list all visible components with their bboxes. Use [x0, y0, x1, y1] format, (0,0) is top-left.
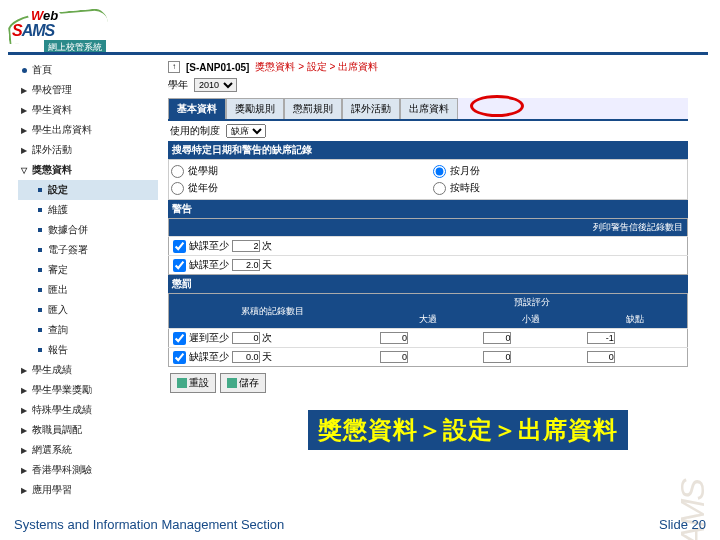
- sidebar-item-20[interactable]: ▶香港學科測驗: [18, 460, 158, 480]
- triangle-icon: ▶: [20, 446, 28, 455]
- sidebar-item-10[interactable]: 審定: [18, 260, 158, 280]
- square-icon: [36, 268, 44, 272]
- threshold-input[interactable]: [232, 240, 260, 252]
- back-icon: [177, 378, 187, 388]
- sidebar-item-13[interactable]: 查詢: [18, 320, 158, 340]
- sidebar-item-label: 數據合併: [48, 223, 88, 237]
- bullet-icon: [20, 68, 28, 73]
- tab-3[interactable]: 課外活動: [342, 98, 400, 119]
- save-button[interactable]: 儲存: [220, 373, 266, 393]
- threshold-input[interactable]: [232, 351, 260, 363]
- radio-input[interactable]: [171, 165, 184, 178]
- sidebar-item-12[interactable]: 匯入: [18, 300, 158, 320]
- tab-2[interactable]: 懲罰規則: [284, 98, 342, 119]
- period-radio-2[interactable]: 從年份: [171, 181, 423, 195]
- square-icon: [36, 188, 44, 192]
- sidebar-item-2[interactable]: ▶學生資料: [18, 100, 158, 120]
- square-icon: [36, 228, 44, 232]
- row-checkbox[interactable]: [173, 259, 186, 272]
- sidebar-item-7[interactable]: 維護: [18, 200, 158, 220]
- sidebar-item-14[interactable]: 報告: [18, 340, 158, 360]
- triangle-icon: ▶: [20, 126, 28, 135]
- up-icon[interactable]: ↑: [168, 61, 180, 73]
- score-input[interactable]: [587, 332, 615, 344]
- sidebar-item-19[interactable]: ▶網選系統: [18, 440, 158, 460]
- row-checkbox[interactable]: [173, 351, 186, 364]
- radio-input[interactable]: [433, 182, 446, 195]
- tab-4[interactable]: 出席資料: [400, 98, 458, 119]
- breadcrumb: 獎懲資料 > 設定 > 出席資料: [255, 60, 378, 74]
- radio-label: 從年份: [188, 181, 218, 195]
- back-button[interactable]: 重設: [170, 373, 216, 393]
- sidebar-item-17[interactable]: ▶特殊學生成績: [18, 400, 158, 420]
- header-rule: [8, 52, 708, 55]
- tab-bar: 基本資料獎勵規則懲罰規則課外活動出席資料: [168, 98, 688, 121]
- triangle-icon: ▶: [20, 426, 28, 435]
- threshold-input[interactable]: [232, 332, 260, 344]
- sidebar-item-label: 特殊學生成績: [32, 403, 92, 417]
- warning-header: 警告: [168, 200, 688, 218]
- table-row: 缺課至少 天: [169, 256, 688, 275]
- sidebar-item-label: 報告: [48, 343, 68, 357]
- row-checkbox[interactable]: [173, 240, 186, 253]
- tab-0[interactable]: 基本資料: [168, 98, 226, 119]
- sidebar-item-6[interactable]: 設定: [18, 180, 158, 200]
- warning-table: 列印警告信後記錄數目 缺課至少 次 缺課至少 天: [168, 218, 688, 275]
- sidebar-item-1[interactable]: ▶學校管理: [18, 80, 158, 100]
- sidebar-item-label: 獎懲資料: [32, 163, 72, 177]
- sidebar-item-label: 審定: [48, 263, 68, 277]
- sidebar-item-21[interactable]: ▶應用學習: [18, 480, 158, 500]
- square-icon: [36, 328, 44, 332]
- radio-input[interactable]: [171, 182, 184, 195]
- sidebar-item-4[interactable]: ▶課外活動: [18, 140, 158, 160]
- sidebar-item-label: 學校管理: [32, 83, 72, 97]
- sidebar-item-9[interactable]: 電子簽署: [18, 240, 158, 260]
- sidebar-item-label: 查詢: [48, 323, 68, 337]
- punish-table: 累積的記錄數目預設評分 大過小過缺點 遲到至少 次 缺課至少 天: [168, 293, 688, 367]
- sidebar-item-0[interactable]: 首頁: [18, 60, 158, 80]
- footer: Systems and Information Management Secti…: [14, 517, 706, 532]
- score-input[interactable]: [483, 332, 511, 344]
- triangle-icon: ▶: [20, 466, 28, 475]
- sidebar-item-11[interactable]: 匯出: [18, 280, 158, 300]
- sidebar-item-label: 教職員調配: [32, 423, 82, 437]
- score-input[interactable]: [483, 351, 511, 363]
- radio-input[interactable]: [433, 165, 446, 178]
- sidebar-item-8[interactable]: 數據合併: [18, 220, 158, 240]
- save-icon: [227, 378, 237, 388]
- tab-1[interactable]: 獎勵規則: [226, 98, 284, 119]
- row-checkbox[interactable]: [173, 332, 186, 345]
- triangle-icon: ▶: [20, 86, 28, 95]
- year-select[interactable]: 2010: [194, 78, 237, 92]
- period-radio-0[interactable]: 從學期: [171, 164, 423, 178]
- square-icon: [36, 308, 44, 312]
- table-row: 遲到至少 次: [169, 329, 688, 348]
- threshold-input[interactable]: [232, 259, 260, 271]
- year-label: 學年: [168, 78, 188, 92]
- sidebar-item-5[interactable]: ▽獎懲資料: [18, 160, 158, 180]
- system-label: 使用的制度: [170, 124, 220, 138]
- sidebar-item-3[interactable]: ▶學生出席資料: [18, 120, 158, 140]
- period-radios: 從學期按月份從年份按時段: [168, 159, 688, 200]
- highlight-circle: [470, 95, 524, 117]
- sidebar-item-label: 應用學習: [32, 483, 72, 497]
- sidebar-item-label: 學生學業獎勵: [32, 383, 92, 397]
- sidebar-item-label: 設定: [48, 183, 68, 197]
- square-icon: [36, 208, 44, 212]
- sidebar-item-18[interactable]: ▶教職員調配: [18, 420, 158, 440]
- button-label: 儲存: [239, 376, 259, 390]
- punish-header: 懲罰: [168, 275, 688, 293]
- sidebar-item-15[interactable]: ▶學生成績: [18, 360, 158, 380]
- score-input[interactable]: [587, 351, 615, 363]
- period-radio-1[interactable]: 按月份: [433, 164, 685, 178]
- footer-right: Slide 20: [659, 517, 706, 532]
- system-select[interactable]: 缺席: [226, 124, 266, 138]
- sidebar-item-label: 學生成績: [32, 363, 72, 377]
- triangle-icon: ▶: [20, 106, 28, 115]
- button-row: 重設儲存: [168, 367, 688, 399]
- sidebar-item-16[interactable]: ▶學生學業獎勵: [18, 380, 158, 400]
- score-input[interactable]: [380, 332, 408, 344]
- triangle-icon: ▶: [20, 366, 28, 375]
- period-radio-3[interactable]: 按時段: [433, 181, 685, 195]
- score-input[interactable]: [380, 351, 408, 363]
